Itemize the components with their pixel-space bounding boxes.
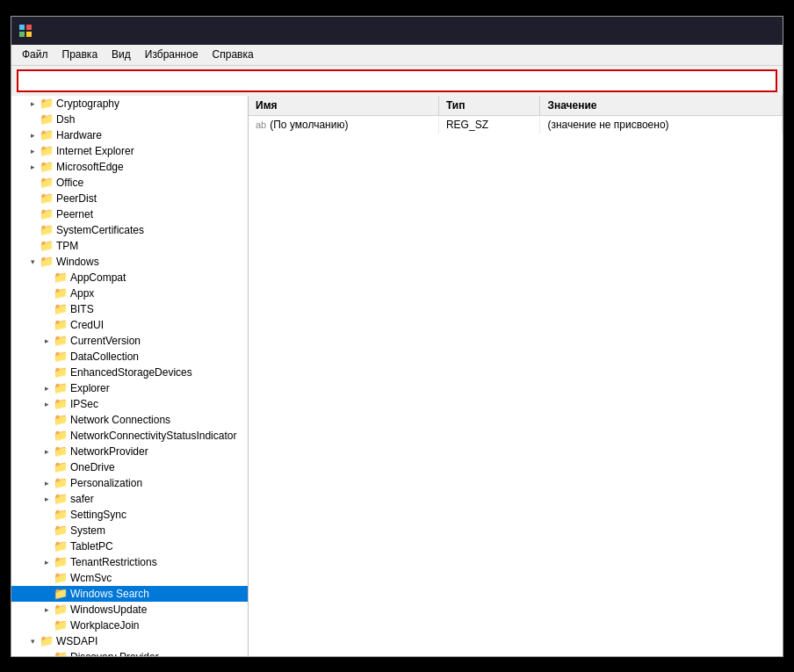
cell-value: (значение не присвоено) — [540, 115, 783, 134]
registry-table: Имя Тип Значение ab(По умолчанию) REG_SZ… — [249, 96, 783, 134]
expand-arrow[interactable]: ▾ — [25, 634, 40, 648]
tree-item[interactable]: 📁OneDrive — [11, 459, 248, 475]
expand-arrow[interactable]: ▸ — [40, 334, 54, 348]
expand-arrow[interactable]: ▸ — [40, 381, 54, 395]
folder-icon: 📁 — [40, 207, 54, 220]
expand-arrow-placeholder — [40, 302, 54, 316]
menu-item-правка[interactable]: Правка — [55, 47, 105, 62]
cell-type: REG_SZ — [438, 115, 539, 134]
tree-item[interactable]: 📁Windows Search — [11, 586, 248, 602]
expand-arrow[interactable]: ▸ — [25, 128, 40, 142]
tree-item[interactable]: ▸📁Internet Explorer — [11, 143, 248, 159]
folder-icon: 📁 — [54, 429, 68, 442]
expand-arrow-placeholder — [40, 508, 54, 522]
tree-item[interactable]: 📁Discovery Provider — [11, 649, 248, 656]
expand-arrow[interactable]: ▸ — [40, 397, 54, 411]
close-button[interactable] — [753, 22, 776, 40]
expand-arrow[interactable]: ▸ — [25, 160, 40, 174]
expand-arrow-placeholder — [25, 191, 40, 206]
tree-item[interactable]: ▸📁safer — [11, 491, 248, 507]
expand-arrow-placeholder — [25, 239, 40, 253]
tree-item[interactable]: 📁SettingSync — [11, 507, 248, 523]
tree-label: WorkplaceJoin — [70, 619, 139, 632]
tree-item[interactable]: 📁Peernet — [11, 206, 248, 222]
tree-item[interactable]: 📁TPM — [11, 238, 248, 254]
tree-label: Hardware — [56, 129, 102, 141]
tree-label: WindowsUpdate — [70, 603, 147, 616]
tree-item[interactable]: 📁EnhancedStorageDevices — [11, 365, 248, 380]
tree-item[interactable]: ▾📁WSDAPI — [11, 633, 248, 649]
tree-label: BITS — [70, 303, 94, 315]
tree-label: Discovery Provider — [70, 651, 159, 656]
tree-item[interactable]: ▸📁TenantRestrictions — [11, 554, 248, 570]
tree-item[interactable]: 📁Office — [11, 175, 248, 191]
tree-item[interactable]: 📁Dsh — [11, 112, 248, 127]
svg-rect-3 — [26, 32, 32, 37]
menu-item-вид[interactable]: Вид — [105, 47, 138, 62]
svg-rect-2 — [19, 32, 25, 37]
tree-item[interactable]: 📁NetworkConnectivityStatusIndicator — [11, 428, 248, 444]
folder-icon: 📁 — [40, 223, 54, 236]
tree-item[interactable]: 📁CredUI — [11, 317, 248, 333]
expand-arrow-placeholder — [25, 112, 40, 126]
menu-item-файл[interactable]: Файл — [15, 47, 55, 62]
tree-item[interactable]: 📁Network Connections — [11, 412, 248, 428]
expand-arrow-placeholder — [40, 524, 54, 538]
tree-item[interactable]: ▸📁Explorer — [11, 380, 248, 396]
tree-item[interactable]: 📁WorkplaceJoin — [11, 618, 248, 633]
expand-arrow[interactable]: ▸ — [25, 144, 40, 158]
tree-item[interactable]: ▸📁WindowsUpdate — [11, 602, 248, 618]
expand-arrow-placeholder — [40, 587, 54, 601]
cell-name: ab(По умолчанию) — [249, 115, 438, 134]
folder-icon: 📁 — [54, 444, 68, 458]
tree-item[interactable]: ▸📁Cryptography — [11, 96, 248, 112]
tree-item[interactable]: 📁AppCompat — [11, 270, 248, 285]
tree-item[interactable]: 📁SystemCertificates — [11, 222, 248, 238]
expand-arrow[interactable]: ▾ — [25, 255, 40, 269]
expand-arrow[interactable]: ▸ — [40, 492, 54, 506]
expand-arrow[interactable]: ▸ — [40, 444, 54, 459]
tree-label: Cryptography — [56, 98, 119, 110]
expand-arrow-placeholder — [40, 286, 54, 300]
folder-icon: 📁 — [54, 271, 68, 284]
folder-icon: 📁 — [54, 334, 68, 347]
expand-arrow-placeholder — [25, 207, 40, 221]
folder-icon: 📁 — [54, 476, 68, 489]
folder-icon: 📁 — [40, 160, 54, 173]
table-row[interactable]: ab(По умолчанию) REG_SZ (значение не при… — [249, 115, 783, 134]
tree-item[interactable]: 📁TabletPC — [11, 538, 248, 554]
menu-item-справка[interactable]: Справка — [206, 47, 261, 62]
tree-item[interactable]: ▸📁CurrentVersion — [11, 333, 248, 349]
menu-item-избранное[interactable]: Избранное — [138, 47, 206, 62]
tree-pane[interactable]: ▸📁Cryptography📁Dsh▸📁Hardware▸📁Internet E… — [11, 96, 249, 656]
address-bar[interactable] — [17, 69, 777, 92]
tree-item[interactable]: ▸📁Personalization — [11, 475, 248, 491]
tree-item[interactable]: ▸📁MicrosoftEdge — [11, 159, 248, 175]
folder-icon: 📁 — [54, 350, 68, 363]
tree-item[interactable]: 📁DataCollection — [11, 349, 248, 365]
expand-arrow-placeholder — [40, 365, 54, 379]
folder-icon: 📁 — [54, 650, 68, 656]
expand-arrow[interactable]: ▸ — [40, 555, 54, 569]
tree-item[interactable]: ▸📁NetworkProvider — [11, 444, 248, 459]
expand-arrow-placeholder — [40, 571, 54, 585]
window-controls — [704, 22, 776, 40]
tree-item[interactable]: 📁WcmSvc — [11, 570, 248, 586]
tree-item[interactable]: ▾📁Windows — [11, 254, 248, 270]
folder-icon: 📁 — [40, 255, 54, 268]
minimize-button[interactable] — [704, 22, 726, 40]
tree-item[interactable]: ▸📁IPSec — [11, 396, 248, 412]
tree-item[interactable]: 📁Appx — [11, 285, 248, 301]
tree-label: SettingSync — [70, 509, 126, 521]
expand-arrow[interactable]: ▸ — [40, 603, 54, 617]
tree-label: Internet Explorer — [56, 145, 134, 157]
folder-icon: 📁 — [54, 286, 68, 300]
expand-arrow-placeholder — [40, 429, 54, 443]
tree-item[interactable]: ▸📁Hardware — [11, 127, 248, 143]
tree-item[interactable]: 📁BITS — [11, 301, 248, 317]
expand-arrow[interactable]: ▸ — [40, 476, 54, 490]
tree-item[interactable]: 📁PeerDist — [11, 191, 248, 206]
expand-arrow[interactable]: ▸ — [25, 97, 40, 111]
tree-item[interactable]: 📁System — [11, 523, 248, 538]
maximize-button[interactable] — [728, 22, 751, 40]
